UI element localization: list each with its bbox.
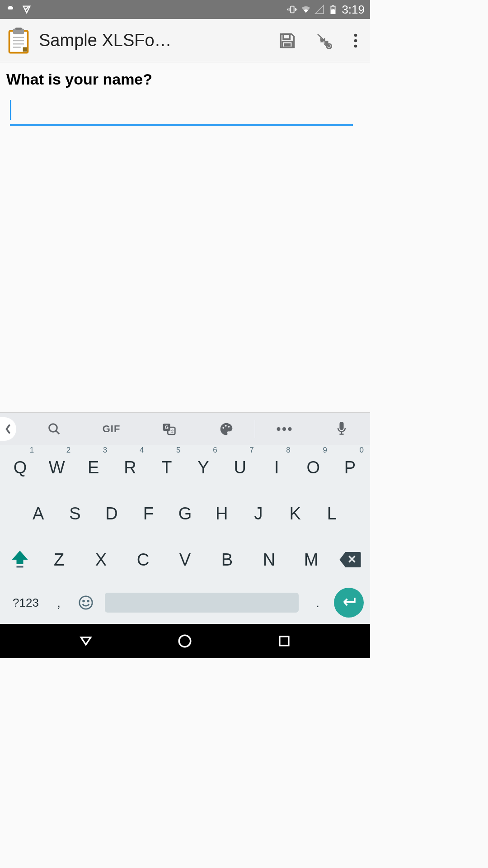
svg-point-34 xyxy=(80,596,92,609)
enter-key[interactable] xyxy=(334,588,364,618)
key-n[interactable]: N xyxy=(248,542,290,578)
key-i[interactable]: I8 xyxy=(258,449,295,486)
app-bar: Sample XLSFo… xyxy=(0,19,370,62)
key-a[interactable]: A xyxy=(20,495,56,532)
key-t[interactable]: T5 xyxy=(148,449,185,486)
key-g[interactable]: G xyxy=(167,495,203,532)
key-y[interactable]: Y6 xyxy=(185,449,222,486)
key-d[interactable]: D xyxy=(93,495,130,532)
search-icon xyxy=(47,422,61,436)
overflow-menu-button[interactable] xyxy=(348,29,363,52)
status-right: 3:19 xyxy=(287,3,365,17)
svg-point-18 xyxy=(354,33,357,37)
keyboard-voice-button[interactable] xyxy=(313,413,370,445)
arrow-down-right-icon xyxy=(314,31,333,50)
clipboard-icon xyxy=(7,28,30,54)
keyboard-stickers-button[interactable] xyxy=(197,413,255,445)
keyboard-translate-button[interactable]: G文 xyxy=(140,413,197,445)
svg-rect-12 xyxy=(23,47,28,52)
status-time: 3:19 xyxy=(342,3,365,17)
keyboard-search-button[interactable] xyxy=(25,413,83,445)
svg-rect-3 xyxy=(333,5,334,6)
svg-rect-13 xyxy=(283,34,290,39)
key-w[interactable]: W2 xyxy=(38,449,75,486)
android-head-icon xyxy=(5,5,15,14)
emoji-icon xyxy=(78,595,94,610)
key-r[interactable]: R4 xyxy=(112,449,148,486)
key-u[interactable]: U7 xyxy=(222,449,258,486)
microphone-icon xyxy=(336,422,347,436)
shift-icon xyxy=(12,551,28,569)
keyboard-row-2: ASDFGHJKL xyxy=(2,495,368,532)
key-k[interactable]: K xyxy=(277,495,314,532)
key-q[interactable]: Q1 xyxy=(2,449,38,486)
chevron-left-icon xyxy=(5,424,12,434)
status-left xyxy=(5,5,32,14)
keyboard-row-4: ?123 , . xyxy=(2,588,368,618)
translate-icon: G文 xyxy=(162,422,176,436)
backspace-key[interactable] xyxy=(332,542,368,578)
backspace-icon xyxy=(339,552,361,567)
space-key[interactable] xyxy=(105,593,299,613)
question-label: What is your name? xyxy=(6,71,364,88)
nav-home-icon xyxy=(177,633,192,649)
svg-point-28 xyxy=(228,425,230,427)
svg-point-20 xyxy=(354,44,357,47)
jump-button[interactable] xyxy=(312,29,335,52)
horizontal-dots-icon xyxy=(277,427,292,431)
keyboard-gif-button[interactable]: GIF xyxy=(83,413,140,445)
save-button[interactable] xyxy=(276,29,299,52)
svg-rect-7 xyxy=(15,28,22,30)
key-m[interactable]: M xyxy=(290,542,332,578)
shift-key[interactable] xyxy=(2,542,38,578)
nav-recent-button[interactable] xyxy=(275,632,293,650)
status-bar: 3:19 xyxy=(0,0,370,19)
svg-rect-38 xyxy=(280,637,289,646)
key-h[interactable]: H xyxy=(203,495,240,532)
svg-rect-0 xyxy=(8,7,13,9)
vertical-dots-icon xyxy=(354,33,357,49)
keyboard-more-button[interactable] xyxy=(255,413,313,445)
svg-rect-33 xyxy=(17,566,23,568)
gif-label: GIF xyxy=(103,423,121,435)
svg-point-30 xyxy=(282,427,286,431)
svg-point-26 xyxy=(222,427,224,429)
svg-point-19 xyxy=(354,39,357,42)
svg-point-27 xyxy=(225,425,226,426)
key-e[interactable]: E3 xyxy=(75,449,112,486)
key-j[interactable]: J xyxy=(240,495,277,532)
wifi-icon xyxy=(301,5,311,14)
form-content: What is your name? xyxy=(0,62,370,412)
nav-home-button[interactable] xyxy=(176,632,194,650)
svg-rect-1 xyxy=(291,6,294,13)
key-v[interactable]: V xyxy=(164,542,206,578)
checkmark-badge-icon xyxy=(22,5,32,14)
battery-charging-icon xyxy=(328,5,338,14)
keyboard-collapse-button[interactable] xyxy=(0,417,16,441)
key-b[interactable]: B xyxy=(206,542,248,578)
key-o[interactable]: O9 xyxy=(295,449,332,486)
key-l[interactable]: L xyxy=(314,495,350,532)
emoji-key[interactable] xyxy=(72,595,99,610)
key-c[interactable]: C xyxy=(122,542,164,578)
svg-point-21 xyxy=(49,424,57,432)
key-p[interactable]: P0 xyxy=(332,449,368,486)
svg-point-31 xyxy=(288,427,291,431)
comma-key[interactable]: , xyxy=(45,595,72,610)
svg-point-36 xyxy=(88,600,89,602)
svg-point-29 xyxy=(277,427,280,431)
floppy-disk-icon xyxy=(277,31,297,51)
key-f[interactable]: F xyxy=(130,495,167,532)
key-s[interactable]: S xyxy=(56,495,93,532)
vibrate-icon xyxy=(287,5,297,14)
enter-icon xyxy=(341,597,357,609)
name-input[interactable] xyxy=(10,100,353,126)
symbols-key[interactable]: ?123 xyxy=(6,596,45,610)
key-x[interactable]: X xyxy=(80,542,122,578)
nav-recent-icon xyxy=(277,634,291,648)
svg-point-35 xyxy=(83,600,84,602)
period-key[interactable]: . xyxy=(304,595,331,610)
key-z[interactable]: Z xyxy=(38,542,80,578)
svg-text:文: 文 xyxy=(170,429,174,434)
nav-back-button[interactable] xyxy=(77,632,95,650)
